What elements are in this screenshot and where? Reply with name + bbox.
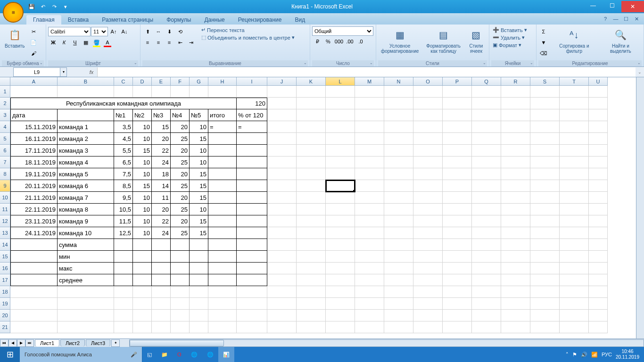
cell-Q21[interactable] [472,321,501,333]
cell-O15[interactable] [413,251,443,263]
cell-R11[interactable] [501,204,530,215]
cell-Q13[interactable] [472,227,501,239]
cell-H19[interactable] [208,298,237,310]
tab-Данные[interactable]: Данные [198,15,231,25]
cell-H4[interactable]: = [208,121,237,133]
cell-T19[interactable] [560,298,589,310]
col-header-G[interactable]: G [190,77,208,86]
cell-D3[interactable]: №2 [133,109,152,121]
formula-bar-expand-icon[interactable]: ⌄ [636,70,644,74]
col-header-S[interactable]: S [530,77,560,86]
cell-P9[interactable] [443,180,472,192]
format-painter-icon[interactable]: 🖌 [28,48,39,58]
cell-A20[interactable] [10,310,58,321]
delete-cells-button[interactable]: ➖Удалить▾ [491,34,526,41]
cell-P11[interactable] [443,204,472,215]
cell-O14[interactable] [413,239,443,251]
cell-N12[interactable] [384,215,413,227]
merge-center-button[interactable]: ⬚ Объединить и поместить в центре ▾ [200,34,296,41]
col-header-F[interactable]: F [171,77,190,86]
cut-icon[interactable]: ✂ [28,26,39,37]
col-header-K[interactable]: K [297,77,326,86]
cell-P19[interactable] [443,298,472,310]
cell-K3[interactable] [297,109,326,121]
percent-icon[interactable]: % [323,36,333,47]
cell-E20[interactable] [152,310,171,321]
cell-G21[interactable] [190,321,208,333]
cell-T20[interactable] [560,310,589,321]
cell-A11[interactable]: 22.11.2019 [10,204,58,215]
cell-N19[interactable] [384,298,413,310]
cell-C7[interactable]: 6,5 [114,156,133,168]
cell-Q6[interactable] [472,145,501,156]
cell-S2[interactable] [530,98,560,109]
tray-chevron-icon[interactable]: ˄ [566,352,569,358]
cell-P13[interactable] [443,227,472,239]
row-header-1[interactable]: 1 [0,86,10,98]
cell-F5[interactable]: 25 [171,133,190,145]
cell-R12[interactable] [501,215,530,227]
cell-S6[interactable] [530,145,560,156]
cell-T21[interactable] [560,321,589,333]
cell-P3[interactable] [443,109,472,121]
cell-P8[interactable] [443,168,472,180]
cell-K14[interactable] [297,239,326,251]
cell-F6[interactable]: 20 [171,145,190,156]
cell-I4[interactable]: = [237,121,267,133]
row-header-13[interactable]: 13 [0,227,10,239]
format-as-table-button[interactable]: ▤ Форматировать как таблицу [422,26,464,55]
cell-F15[interactable] [171,251,190,263]
cell-D21[interactable] [133,321,152,333]
cell-H3[interactable]: итого [208,109,237,121]
sheet-tab-Лист3[interactable]: Лист3 [86,339,110,346]
cell-S18[interactable] [530,286,560,298]
cell-S5[interactable] [530,133,560,145]
cell-F19[interactable] [171,298,190,310]
cell-H9[interactable] [208,180,237,192]
cell-N2[interactable] [384,98,413,109]
cell-I3[interactable]: % от 120 [237,109,267,121]
insert-cells-button[interactable]: ➕Вставить▾ [491,26,528,33]
cell-U10[interactable] [589,192,608,204]
name-box-dropdown[interactable]: ▾ [60,67,67,77]
cell-K21[interactable] [297,321,326,333]
cell-J19[interactable] [267,298,297,310]
cell-H1[interactable] [208,86,237,98]
cell-P15[interactable] [443,251,472,263]
sheet-nav-next[interactable]: ▶ [17,339,25,347]
cell-D11[interactable]: 10 [133,204,152,215]
cell-D12[interactable]: 10 [133,215,152,227]
cell-M15[interactable] [355,251,384,263]
cell-S1[interactable] [530,86,560,98]
cell-G1[interactable] [190,86,208,98]
cell-M12[interactable] [355,215,384,227]
col-header-E[interactable]: E [152,77,171,86]
cell-S10[interactable] [530,192,560,204]
cell-K16[interactable] [297,263,326,274]
col-header-H[interactable]: H [208,77,237,86]
cell-D7[interactable]: 10 [133,156,152,168]
cell-R18[interactable] [501,286,530,298]
cell-D6[interactable]: 15 [133,145,152,156]
cell-S21[interactable] [530,321,560,333]
col-header-Q[interactable]: Q [472,77,501,86]
cell-M4[interactable] [355,121,384,133]
cell-Q9[interactable] [472,180,501,192]
cell-P12[interactable] [443,215,472,227]
cell-U6[interactable] [589,145,608,156]
cell-D1[interactable] [133,86,152,98]
cell-O8[interactable] [413,168,443,180]
cell-K11[interactable] [297,204,326,215]
cell-I6[interactable] [237,145,267,156]
cell-Q11[interactable] [472,204,501,215]
cell-E11[interactable]: 20 [152,204,171,215]
cell-T6[interactable] [560,145,589,156]
orientation-icon[interactable]: ⟲ [175,26,185,37]
border-icon[interactable]: ▦ [81,37,91,48]
cell-L12[interactable] [326,215,355,227]
cell-L8[interactable] [326,168,355,180]
cell-E13[interactable]: 24 [152,227,171,239]
cell-N17[interactable] [384,274,413,286]
tab-Формулы[interactable]: Формулы [160,15,198,25]
cell-P6[interactable] [443,145,472,156]
